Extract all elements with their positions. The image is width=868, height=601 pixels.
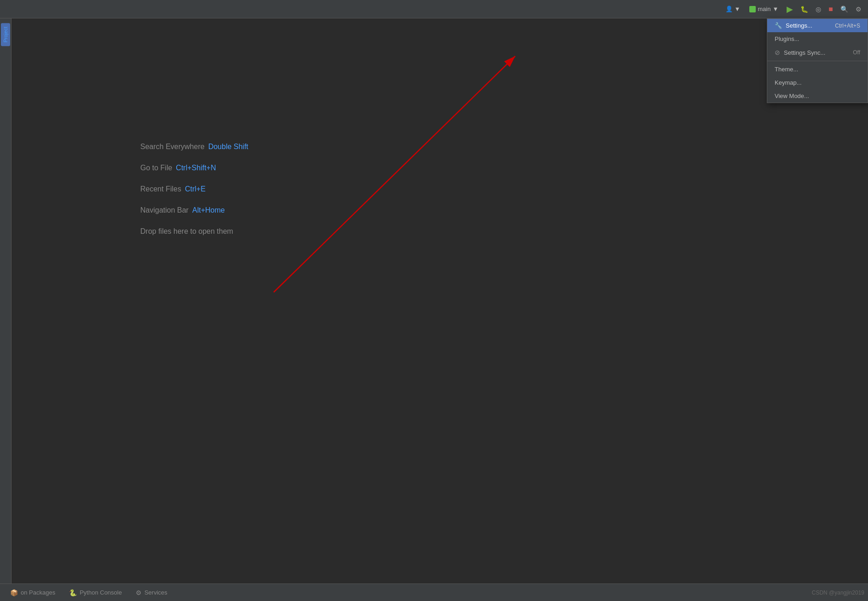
gear-icon: ⚙ — [856, 6, 862, 13]
settings-gear-button[interactable]: ⚙ — [853, 4, 864, 15]
search-everywhere-shortcut: Double Shift — [208, 143, 248, 151]
recent-files-shortcut: Ctrl+E — [185, 185, 206, 193]
tab-python-console[interactable]: 🐍 Python Console — [63, 586, 128, 599]
branch-icon — [749, 6, 756, 12]
tab-packages[interactable]: 📦 on Packages — [4, 586, 62, 599]
keymap-menu-label: Keymap... — [775, 79, 802, 86]
hints-container: Search Everywhere Double Shift Go to Fil… — [140, 143, 248, 248]
packages-icon: 📦 — [10, 589, 18, 596]
tab-services[interactable]: ⚙ Services — [129, 586, 174, 599]
menu-separator-1 — [767, 61, 868, 61]
menu-item-settings[interactable]: 🔧 Settings... Ctrl+Alt+S — [767, 19, 868, 32]
go-to-file-hint: Go to File Ctrl+Shift+N — [140, 164, 248, 172]
services-icon: ⚙ — [136, 589, 142, 596]
statusbar: 📦 on Packages 🐍 Python Console ⚙ Service… — [0, 584, 868, 601]
tab-python-console-label: Python Console — [80, 589, 122, 596]
search-button[interactable]: 🔍 — [838, 4, 851, 15]
account-button[interactable]: 👤 ▼ — [722, 4, 744, 14]
search-everywhere-label: Search Everywhere — [140, 143, 205, 151]
search-everywhere-hint: Search Everywhere Double Shift — [140, 143, 248, 151]
settings-sync-label: Settings Sync... — [784, 49, 825, 56]
statusbar-attribution: CSDN @yangjin2019 — [812, 589, 864, 596]
menu-item-view-mode[interactable]: View Mode... — [767, 89, 868, 103]
account-icon: 👤 — [725, 6, 733, 12]
settings-menu-label: Settings... — [786, 22, 812, 29]
theme-menu-label: Theme... — [775, 66, 798, 73]
svg-line-1 — [274, 56, 515, 292]
settings-menu-icon: 🔧 — [775, 22, 782, 29]
go-to-file-label: Go to File — [140, 164, 172, 172]
navigation-bar-shortcut: Alt+Home — [192, 206, 225, 214]
navigation-bar-hint: Navigation Bar Alt+Home — [140, 206, 248, 214]
toolbar: 👤 ▼ main ▼ ▶ 🐛 ◎ ■ 🔍 ⚙ — [0, 0, 868, 18]
annotation-arrow — [11, 37, 868, 566]
sidebar-item-project[interactable]: Project — [1, 23, 10, 46]
branch-label: main — [758, 6, 770, 12]
menu-item-theme[interactable]: Theme... — [767, 63, 868, 76]
attribution-text: CSDN @yangjin2019 — [812, 589, 864, 596]
search-icon: 🔍 — [840, 6, 848, 13]
drop-files-hint: Drop files here to open them — [140, 227, 248, 236]
recent-files-hint: Recent Files Ctrl+E — [140, 185, 248, 193]
stop-icon: ■ — [828, 5, 833, 13]
menu-item-keymap[interactable]: Keymap... — [767, 76, 868, 89]
stop-button[interactable]: ■ — [826, 3, 836, 15]
settings-sync-status: Off — [853, 49, 860, 56]
tab-packages-label: on Packages — [21, 589, 55, 596]
recent-files-label: Recent Files — [140, 185, 181, 193]
coverage-icon: ◎ — [816, 6, 821, 13]
statusbar-left: 📦 on Packages 🐍 Python Console ⚙ Service… — [4, 586, 812, 599]
tab-services-label: Services — [144, 589, 167, 596]
plugins-menu-label: Plugins... — [775, 35, 799, 42]
run-icon: ▶ — [787, 4, 793, 14]
run-button[interactable]: ▶ — [784, 2, 796, 16]
toolbar-right: 👤 ▼ main ▼ ▶ 🐛 ◎ ■ 🔍 ⚙ — [722, 2, 864, 16]
menu-item-plugins[interactable]: Plugins... — [767, 32, 868, 46]
debug-button[interactable]: 🐛 — [798, 4, 811, 15]
dropdown-menu: 🔧 Settings... Ctrl+Alt+S Plugins... ⊘ Se… — [767, 18, 868, 103]
coverage-button[interactable]: ◎ — [813, 4, 824, 15]
python-console-icon: 🐍 — [69, 589, 77, 596]
account-chevron: ▼ — [734, 6, 740, 12]
go-to-file-shortcut: Ctrl+Shift+N — [176, 164, 216, 172]
branch-button[interactable]: main ▼ — [746, 4, 782, 14]
branch-chevron: ▼ — [772, 6, 778, 12]
main-content: Search Everywhere Double Shift Go to Fil… — [11, 18, 868, 584]
menu-item-settings-sync[interactable]: ⊘ Settings Sync... Off — [767, 46, 868, 59]
debug-icon: 🐛 — [800, 6, 808, 13]
view-mode-menu-label: View Mode... — [775, 92, 809, 99]
settings-menu-shortcut: Ctrl+Alt+S — [835, 23, 860, 29]
left-sidebar: Project — [0, 18, 11, 584]
navigation-bar-label: Navigation Bar — [140, 206, 189, 214]
drop-files-label: Drop files here to open them — [140, 227, 233, 236]
settings-sync-icon: ⊘ — [775, 49, 780, 56]
